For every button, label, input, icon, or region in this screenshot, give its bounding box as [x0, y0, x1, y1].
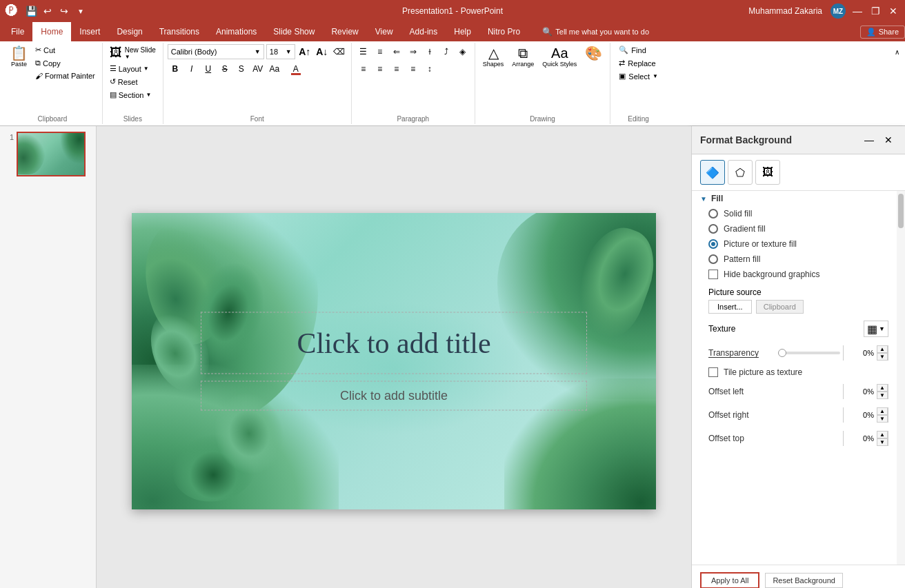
convert-smartart-button[interactable]: ◈ [455, 44, 470, 59]
tab-transitions[interactable]: Transitions [151, 22, 208, 41]
transparency-up[interactable]: ▲ [877, 345, 888, 353]
font-name-selector[interactable]: Calibri (Body) ▼ [168, 44, 264, 59]
decrease-font-button[interactable]: A↓ [315, 44, 330, 59]
collapse-ribbon-button[interactable]: ∧ [892, 45, 902, 59]
offset-left-input[interactable] [844, 384, 877, 399]
scrollbar-thumb[interactable] [898, 194, 904, 228]
find-button[interactable]: 🔍 Find [615, 44, 650, 56]
tab-slideshow[interactable]: Slide Show [265, 22, 323, 41]
tab-review[interactable]: Review [323, 22, 366, 41]
transparency-input[interactable] [844, 345, 877, 361]
hide-background-checkbox[interactable] [708, 270, 718, 279]
tile-picture-option[interactable]: Tile picture as texture [692, 365, 905, 380]
transparency-thumb[interactable] [778, 349, 786, 357]
offset-right-up[interactable]: ▲ [877, 407, 888, 415]
shapes-button[interactable]: △ Shapes [479, 44, 508, 70]
tab-home[interactable]: Home [32, 22, 71, 41]
transparency-down[interactable]: ▼ [877, 353, 888, 361]
slide-thumbnail[interactable] [17, 132, 86, 176]
justify-button[interactable]: ≡ [406, 61, 421, 77]
arrange-button[interactable]: ⧉ Arrange [508, 44, 537, 70]
shadow-button[interactable]: S [234, 61, 249, 77]
text-direction-button[interactable]: ⤴ [439, 44, 454, 59]
char-spacing-button[interactable]: AV [250, 61, 266, 77]
align-left-button[interactable]: ≡ [356, 61, 371, 77]
tab-design[interactable]: Design [108, 22, 150, 41]
font-color-button[interactable]: A [288, 61, 304, 77]
clear-formatting-button[interactable]: ⌫ [332, 44, 347, 59]
new-slide-button[interactable]: 🖼 New Slide ▼ [107, 44, 159, 61]
hide-background-option[interactable]: Hide background graphics [692, 267, 905, 282]
transparency-slider[interactable] [778, 352, 840, 354]
redo-icon[interactable]: ↪ [58, 5, 70, 17]
gradient-fill-option[interactable]: Gradient fill [692, 221, 905, 236]
pattern-fill-option[interactable]: Pattern fill [692, 252, 905, 267]
tab-help[interactable]: Help [446, 22, 479, 41]
image-tab[interactable]: 🖼 [755, 160, 780, 185]
fill-section-header[interactable]: ▼ Fill [692, 191, 905, 206]
minimize-icon[interactable]: — [851, 5, 864, 17]
close-icon[interactable]: ✕ [887, 5, 899, 17]
texture-picker[interactable]: ▦ ▼ [864, 321, 888, 337]
font-size-selector[interactable]: 18 ▼ [266, 44, 295, 59]
tab-insert[interactable]: Insert [71, 22, 108, 41]
share-button[interactable]: 👤 Share [860, 26, 905, 39]
increase-font-button[interactable]: A↑ [297, 44, 312, 59]
offset-left-up[interactable]: ▲ [877, 384, 888, 392]
shape-fill-button[interactable]: 🎨 [581, 44, 606, 62]
tile-picture-checkbox[interactable] [708, 367, 718, 377]
offset-right-down[interactable]: ▼ [877, 415, 888, 423]
numbering-button[interactable]: ≡ [372, 44, 388, 59]
cut-button[interactable]: ✂ Cut [32, 44, 98, 56]
offset-top-up[interactable]: ▲ [877, 431, 888, 438]
tab-animations[interactable]: Animations [208, 22, 265, 41]
customize-icon[interactable]: ▼ [74, 5, 87, 17]
solid-fill-option[interactable]: Solid fill [692, 206, 905, 221]
save-icon[interactable]: 💾 [25, 5, 37, 17]
collapse-panel-icon[interactable]: — [861, 132, 877, 148]
select-button[interactable]: ▣ Select ▼ [615, 70, 662, 82]
bullets-button[interactable]: ☰ [356, 44, 371, 59]
paste-button[interactable]: 📋 Paste [7, 44, 31, 70]
pattern-fill-radio[interactable] [708, 254, 718, 264]
tab-addins[interactable]: Add-ins [401, 22, 446, 41]
align-right-button[interactable]: ≡ [389, 61, 404, 77]
italic-button[interactable]: I [184, 61, 199, 77]
format-painter-button[interactable]: 🖌 Format Painter [32, 70, 98, 81]
quick-styles-button[interactable]: Aa Quick Styles [539, 44, 580, 70]
reset-button[interactable]: ↺ Reset [107, 76, 141, 88]
offset-top-input[interactable] [844, 431, 877, 446]
align-center-button[interactable]: ≡ [372, 61, 388, 77]
section-button[interactable]: ▤ Section ▼ [107, 89, 155, 101]
increase-indent-button[interactable]: ⇒ [406, 44, 421, 59]
insert-button[interactable]: Insert... [708, 300, 752, 314]
maximize-icon[interactable]: ❐ [869, 5, 882, 17]
offset-top-down[interactable]: ▼ [877, 438, 888, 446]
layout-button[interactable]: ☰ Layout ▼ [107, 63, 152, 74]
apply-to-all-button[interactable]: Apply to All [700, 572, 759, 588]
underline-button[interactable]: U [201, 61, 216, 77]
tab-view[interactable]: View [367, 22, 401, 41]
effects-tab[interactable]: ⬠ [728, 160, 753, 185]
offset-left-down[interactable]: ▼ [877, 392, 888, 399]
bold-button[interactable]: B [168, 61, 183, 77]
tab-nitro[interactable]: Nitro Pro [479, 22, 528, 41]
slide-subtitle-box[interactable]: Click to add subtitle [201, 381, 587, 410]
reset-background-button[interactable]: Reset Background [765, 573, 843, 588]
copy-button[interactable]: ⧉ Copy [32, 57, 98, 69]
undo-icon[interactable]: ↩ [41, 5, 54, 17]
picture-fill-radio[interactable] [708, 239, 718, 249]
solid-fill-radio[interactable] [708, 209, 718, 219]
decrease-indent-button[interactable]: ⇐ [389, 44, 404, 59]
case-button[interactable]: Aa [267, 61, 282, 77]
fill-tab[interactable]: 🔷 [700, 160, 725, 185]
strikethrough-button[interactable]: S [217, 61, 232, 77]
line-spacing-button[interactable]: ↕ [422, 61, 437, 77]
clipboard-button[interactable]: Clipboard [756, 300, 804, 314]
gradient-fill-radio[interactable] [708, 224, 718, 234]
scrollbar-track[interactable] [897, 191, 905, 565]
columns-button[interactable]: ⫳ [422, 44, 437, 59]
canvas-area[interactable]: Click to add title Click to add subtitle [97, 126, 691, 588]
slide-title-box[interactable]: Click to add title [201, 312, 587, 374]
replace-button[interactable]: ⇄ Replace [615, 57, 659, 69]
